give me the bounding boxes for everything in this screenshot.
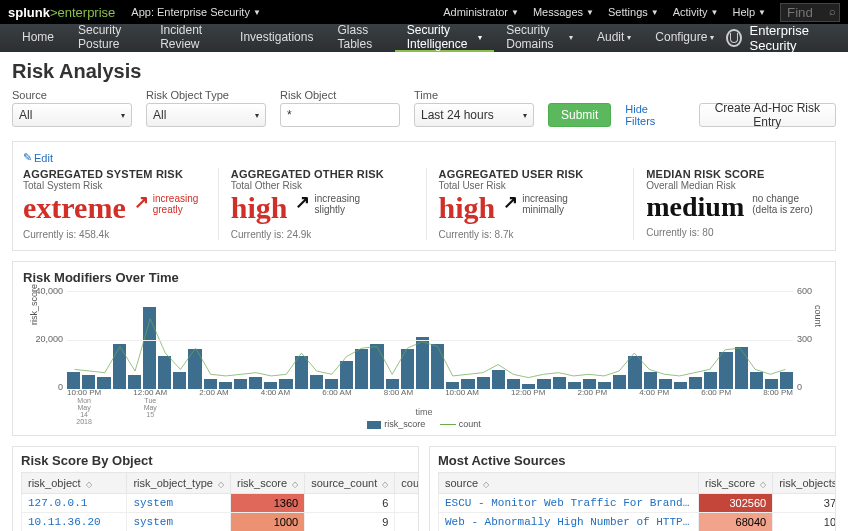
col-source[interactable]: source ◇ xyxy=(439,473,699,494)
agg-subtitle: Overall Median Risk xyxy=(646,180,825,191)
filter-type-select[interactable]: All▾ xyxy=(146,103,266,127)
chart-bar[interactable] xyxy=(370,344,383,389)
chart-bar[interactable] xyxy=(674,382,687,389)
app-selector[interactable]: App: Enterprise Security▼ xyxy=(131,6,261,18)
chart-bar[interactable] xyxy=(128,375,141,389)
agg-subtitle: Total User Risk xyxy=(439,180,618,191)
nav-tab-audit[interactable]: Audit▾ xyxy=(585,24,643,52)
table-row[interactable]: 10.11.36.20system1000914 xyxy=(22,513,420,532)
col-source_count[interactable]: source_count ◇ xyxy=(305,473,395,494)
table-row[interactable]: 127.0.0.1system1360623 xyxy=(22,494,420,513)
col-risk_score[interactable]: risk_score ◇ xyxy=(699,473,773,494)
col-risk_object[interactable]: risk_object ◇ xyxy=(22,473,127,494)
trend-up-icon: ↗ xyxy=(134,193,149,213)
menu-messages[interactable]: Messages▼ xyxy=(533,6,594,18)
sort-icon: ◇ xyxy=(382,480,388,489)
nav-tab-security-domains[interactable]: Security Domains▾ xyxy=(494,24,585,52)
agg-current: Currently is: 458.4k xyxy=(23,229,202,240)
chart-bar[interactable] xyxy=(644,372,657,389)
menu-settings[interactable]: Settings▼ xyxy=(608,6,659,18)
nav-tab-glass-tables[interactable]: Glass Tables xyxy=(325,24,394,52)
col-risk_object_type[interactable]: risk_object_type ◇ xyxy=(127,473,231,494)
chart-bar[interactable] xyxy=(158,356,171,389)
chart-bar[interactable] xyxy=(143,307,156,389)
chart-bar[interactable] xyxy=(492,370,505,389)
cell-source[interactable]: Web - Abnormally High Number of HTTP Met… xyxy=(439,513,699,532)
submit-button[interactable]: Submit xyxy=(548,103,611,127)
menu-help[interactable]: Help▼ xyxy=(732,6,766,18)
chart-area[interactable]: risk_score 40,000 20,000 0 count 600 300… xyxy=(23,289,825,407)
chart-bar[interactable] xyxy=(553,377,566,389)
shield-icon xyxy=(726,29,741,47)
filters-row: Source All▾ Risk Object Type All▾ Risk O… xyxy=(12,89,836,127)
table-row[interactable]: Web - Abnormally High Number of HTTP Met… xyxy=(439,513,837,532)
cell-count: 23 xyxy=(395,494,419,513)
nav-tab-security-posture[interactable]: Security Posture xyxy=(66,24,148,52)
chart-bar[interactable] xyxy=(295,356,308,389)
search-icon: ⌕ xyxy=(829,5,836,17)
chart-bar[interactable] xyxy=(719,352,732,389)
left-panel-title: Risk Score By Object xyxy=(21,453,410,468)
x-tick: 2:00 PM xyxy=(577,389,607,407)
chart-bar[interactable] xyxy=(750,372,763,389)
filter-object-input[interactable]: * xyxy=(280,103,400,127)
table-row[interactable]: ESCU - Monitor Web Traffic For Brand Abu… xyxy=(439,494,837,513)
agg-level: high xyxy=(231,193,288,223)
agg-trend: ↗increasingslightly xyxy=(295,193,360,215)
create-adhoc-button[interactable]: Create Ad-Hoc Risk Entry xyxy=(699,103,836,127)
chart-bar[interactable] xyxy=(234,379,247,389)
cell-source-count: 9 xyxy=(305,513,395,532)
col-count[interactable]: count ◇ xyxy=(395,473,419,494)
chart-bar[interactable] xyxy=(431,344,444,389)
x-tick: 8:00 AM xyxy=(384,389,413,407)
x-tick: 6:00 PM xyxy=(701,389,731,407)
cell-type[interactable]: system xyxy=(127,494,231,513)
chart-bar[interactable] xyxy=(173,372,186,389)
nav-tab-incident-review[interactable]: Incident Review xyxy=(148,24,228,52)
chevron-down-icon: ▼ xyxy=(758,8,766,17)
filter-source-select[interactable]: All▾ xyxy=(12,103,132,127)
filter-source-label: Source xyxy=(12,89,132,101)
chart-panel: Risk Modifiers Over Time risk_score 40,0… xyxy=(12,261,836,436)
chevron-down-icon: ▾ xyxy=(255,111,259,120)
chart-bar[interactable] xyxy=(401,349,414,389)
chart-bar[interactable] xyxy=(310,375,323,389)
filter-object-label: Risk Object xyxy=(280,89,400,101)
chart-bar[interactable] xyxy=(704,372,717,389)
chart-bar[interactable] xyxy=(628,356,641,389)
chart-bar[interactable] xyxy=(82,375,95,389)
hide-filters-link[interactable]: Hide Filters xyxy=(625,103,670,127)
cell-type[interactable]: system xyxy=(127,513,231,532)
col-risk_objects[interactable]: risk_objects ◇ xyxy=(773,473,836,494)
agg-level: medium xyxy=(646,193,744,221)
chart-bar[interactable] xyxy=(188,349,201,389)
col-risk_score[interactable]: risk_score ◇ xyxy=(230,473,304,494)
x-tick: 4:00 AM xyxy=(261,389,290,407)
chart-bar[interactable] xyxy=(780,372,793,389)
chart-bar[interactable] xyxy=(355,349,368,389)
nav-tab-configure[interactable]: Configure▾ xyxy=(643,24,726,52)
nav-tab-home[interactable]: Home xyxy=(10,24,66,52)
nav-tab-security-intelligence[interactable]: Security Intelligence▾ xyxy=(395,24,495,52)
chart-bar[interactable] xyxy=(416,337,429,389)
cell-source[interactable]: ESCU - Monitor Web Traffic For Brand Abu… xyxy=(439,494,699,513)
global-search[interactable]: ⌕ xyxy=(780,3,840,22)
edit-link[interactable]: ✎Edit xyxy=(23,151,53,164)
nav-tab-investigations[interactable]: Investigations xyxy=(228,24,325,52)
agg-level: extreme xyxy=(23,193,126,223)
filter-time-select[interactable]: Last 24 hours▾ xyxy=(414,103,534,127)
chart-bar[interactable] xyxy=(613,375,626,389)
cell-risk-object[interactable]: 10.11.36.20 xyxy=(22,513,127,532)
chart-bar[interactable] xyxy=(67,372,80,389)
aggregate-card: AGGREGATED USER RISKTotal User Riskhigh↗… xyxy=(426,168,618,240)
chart-bar[interactable] xyxy=(340,361,353,389)
chart-bar[interactable] xyxy=(689,377,702,389)
chart-bar[interactable] xyxy=(113,344,126,389)
cell-score: 1360 xyxy=(230,494,304,513)
chart-bar[interactable] xyxy=(735,347,748,389)
x-tick: 2:00 AM xyxy=(199,389,228,407)
menu-activity[interactable]: Activity▼ xyxy=(673,6,719,18)
trend-up-icon: ↗ xyxy=(503,193,518,213)
menu-administrator[interactable]: Administrator▼ xyxy=(443,6,519,18)
cell-risk-object[interactable]: 127.0.0.1 xyxy=(22,494,127,513)
